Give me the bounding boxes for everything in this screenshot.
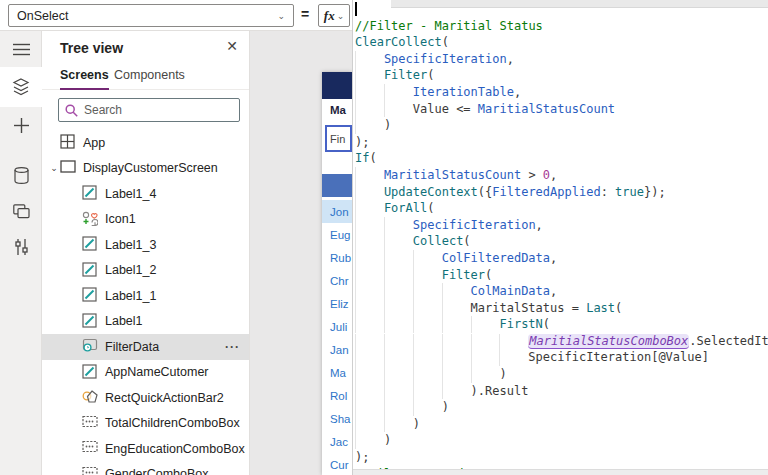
tree-item-Label1[interactable]: Label1 <box>42 309 250 335</box>
indent-guide <box>384 267 413 284</box>
close-icon[interactable]: ✕ <box>226 38 238 54</box>
indent-guide <box>355 217 384 234</box>
code-token: SpecificIteration <box>384 52 507 66</box>
search-box[interactable] <box>58 98 240 122</box>
screen-icon <box>60 160 77 177</box>
gallery-name-row[interactable]: Jac <box>322 430 352 453</box>
indent-guide <box>442 283 471 300</box>
property-selector[interactable]: OnSelect ⌄ <box>8 4 294 27</box>
indent-guide <box>355 167 384 184</box>
code-token: .SelectedItems, <box>689 334 768 348</box>
code-line: ) <box>355 366 768 383</box>
indent-guide <box>384 233 413 250</box>
tree-item-TotalChildrenComboBox[interactable]: TotalChildrenComboBox <box>42 411 250 437</box>
tree-item-label: Label1_4 <box>105 187 156 201</box>
tree-item-EngEducationComboBox[interactable]: EngEducationComboBox <box>42 436 250 462</box>
indent-guide <box>355 334 384 351</box>
gallery-name-row[interactable]: Rub <box>322 246 352 269</box>
indent-guide <box>384 316 413 333</box>
gallery-name-row[interactable]: Eliz <box>322 292 352 315</box>
code-token: true <box>615 185 644 199</box>
gallery-name-row[interactable]: Eug <box>322 223 352 246</box>
code-token: Value <= <box>413 102 478 116</box>
code-token: IterationTable <box>413 85 514 99</box>
code-line: UpdateContext({FilteredApplied: true}); <box>355 184 768 201</box>
gallery-name-row[interactable]: Rol <box>322 384 352 407</box>
more-icon[interactable]: ··· <box>225 340 240 354</box>
code-token: UpdateContext <box>384 185 478 199</box>
tree-item-App[interactable]: App <box>42 130 250 156</box>
app-title-text: Ma <box>330 104 346 116</box>
gallery-name-row[interactable]: Jan <box>322 338 352 361</box>
variables-icon[interactable] <box>0 229 42 265</box>
gallery-name-row[interactable]: Ma <box>322 361 352 384</box>
code-line: FirstN( <box>355 316 768 333</box>
insert-icon[interactable] <box>0 107 42 143</box>
combobox-icon <box>82 440 99 457</box>
code-line: ForAll( <box>355 200 768 217</box>
code-line: ClearCollect( <box>355 34 768 51</box>
tree-view-panel: Tree view ✕ Screens Components App⌄Displ… <box>42 31 250 475</box>
indent-guide <box>355 233 384 250</box>
media-icon[interactable] <box>0 193 42 229</box>
indent-guide <box>355 383 384 400</box>
indent-guide <box>355 432 384 449</box>
indent-guide <box>413 383 442 400</box>
tree-view-icon[interactable] <box>0 67 42 107</box>
chevron-down-icon: ⌄ <box>337 11 345 21</box>
tab-components[interactable]: Components <box>114 68 185 88</box>
indent-guide <box>355 200 384 217</box>
formula-code[interactable]: //Filter - Maritial StatusClearCollect(S… <box>355 1 768 475</box>
combobox-icon <box>82 466 99 475</box>
indent-guide <box>499 349 528 366</box>
indent-guide <box>413 399 442 416</box>
tree-item-label: DisplayCustomerScreen <box>83 161 218 175</box>
property-selector-value: OnSelect <box>17 9 68 23</box>
app-search-input[interactable]: Fin <box>325 125 352 152</box>
tree-item-Label1_3[interactable]: Label1_3 <box>42 232 250 258</box>
indent-guide <box>442 316 471 333</box>
indent-guide <box>355 51 384 68</box>
data-icon[interactable] <box>0 157 42 193</box>
search-input[interactable] <box>84 103 214 117</box>
gallery-name-row[interactable]: Cur <box>322 453 352 475</box>
code-line: ColFilteredData, <box>355 250 768 267</box>
code-token: ( <box>427 201 434 215</box>
code-line: ) <box>355 399 768 416</box>
indent-guide <box>355 250 384 267</box>
tab-screens[interactable]: Screens <box>60 68 109 90</box>
tree-item-RectQuickActionBar2[interactable]: RectQuickActionBar2 <box>42 385 250 411</box>
tree-item-Icon1[interactable]: Icon1 <box>42 207 250 233</box>
code-line: Filter( <box>355 67 768 84</box>
indent-guide <box>413 349 442 366</box>
code-line: Collect( <box>355 233 768 250</box>
tree-item-Label1_2[interactable]: Label1_2 <box>42 258 250 284</box>
gallery-name-row[interactable]: Juli <box>322 315 352 338</box>
indent-guide <box>355 366 384 383</box>
tree-item-Label1_4[interactable]: Label1_4 <box>42 181 250 207</box>
menu-icon[interactable] <box>0 31 42 67</box>
code-token: ) <box>384 433 391 447</box>
tree-item-AppNameCutomer[interactable]: AppNameCutomer <box>42 360 250 386</box>
app-header-bar <box>322 72 352 99</box>
tree-item-label: Icon1 <box>105 212 136 226</box>
label-icon <box>82 262 99 279</box>
chevron-down-icon[interactable]: ⌄ <box>48 163 60 173</box>
tree-item-label: Label1_3 <box>105 238 156 252</box>
gallery-name-row[interactable]: Sha <box>322 407 352 430</box>
powerapps-studio: OnSelect ⌄ = fx ⌄ Tree view <box>0 0 768 475</box>
gallery-name-row[interactable]: Chr <box>322 269 352 292</box>
tree-item-GenderComboBox[interactable]: GenderComboBox <box>42 462 250 475</box>
indent-guide <box>413 283 442 300</box>
label-icon <box>82 313 99 330</box>
tree-item-Label1_1[interactable]: Label1_1 <box>42 283 250 309</box>
fx-button[interactable]: fx ⌄ <box>318 4 350 27</box>
gallery-name-row[interactable]: Jon <box>322 200 352 223</box>
code-line: SpecificIteration, <box>355 51 768 68</box>
indent-guide <box>413 267 442 284</box>
formula-editor[interactable]: //Filter - Maritial StatusClearCollect(S… <box>352 0 768 475</box>
indent-guide <box>471 366 500 383</box>
tree-item-DisplayCustomerScreen[interactable]: ⌄DisplayCustomerScreen <box>42 156 250 182</box>
tree-item-FilterData[interactable]: FilterData··· <box>42 334 250 360</box>
app-screen-preview[interactable]: Ma Fin JonEugRubChrElizJuliJanMaRolShaJa… <box>322 72 352 475</box>
